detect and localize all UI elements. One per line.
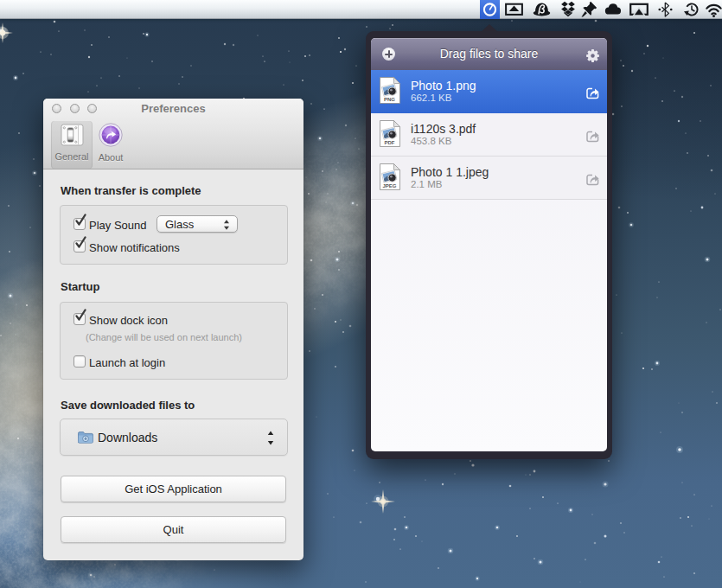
- svg-text:JPEG: JPEG: [382, 183, 396, 189]
- svg-text:PNG: PNG: [384, 97, 395, 102]
- svg-text:PDF: PDF: [385, 140, 395, 145]
